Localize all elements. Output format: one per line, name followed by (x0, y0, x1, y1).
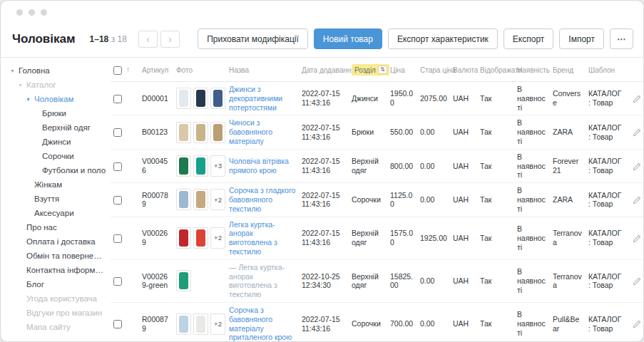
sidebar-item-kataloh[interactable]: ▾ Каталог (9, 78, 106, 92)
export-button[interactable]: Експорт (504, 28, 553, 49)
product-name-link[interactable]: Чиноси з бавовняного матеріалу (229, 118, 296, 145)
edit-icon[interactable] (633, 162, 641, 171)
column-header-old-price[interactable]: Стара ціна (417, 58, 450, 82)
row-checkbox[interactable] (113, 234, 122, 243)
column-header-price[interactable]: Ціна (387, 58, 417, 82)
edit-icon[interactable] (633, 320, 641, 328)
column-header-availability[interactable]: Наявність (514, 58, 550, 82)
column-header-sku[interactable]: Артикул (139, 58, 173, 82)
edit-icon[interactable] (633, 196, 641, 204)
sidebar-item-pro-nas[interactable]: ▾ Про нас (9, 220, 106, 234)
product-name-link[interactable]: Чоловіча вітрівка прямого крою (229, 157, 296, 175)
chevron-down-icon: ▾ (25, 96, 31, 103)
row-checkbox[interactable] (113, 162, 122, 171)
column-header-photo[interactable]: Фото (173, 58, 226, 82)
column-header-section[interactable]: Розділ ⇅ (349, 58, 387, 82)
sidebar-item-verkhnii-odiah[interactable]: ▾ Верхній одяг (9, 120, 106, 135)
sidebar-item-cholovikam[interactable]: ▾ Чоловікам (9, 92, 106, 106)
table-row[interactable]: V000269 +2 Легка куртка-анорак виготовле… (111, 217, 643, 259)
edit-icon[interactable] (633, 95, 641, 103)
row-checkbox[interactable] (113, 320, 122, 328)
sidebar-item-kontaktna-informatsiia[interactable]: ▾ Контактна інформація (9, 263, 106, 277)
sidebar-item-label: Аксесуари (34, 209, 74, 217)
product-photos-cell: +2 (173, 217, 226, 259)
table-row[interactable]: D00001 Джинси з декоративними потертостя… (111, 82, 643, 115)
product-currency: UAH (450, 259, 477, 302)
sidebar-item-aksesuary[interactable]: ▾ Аксесуари (9, 206, 106, 220)
sidebar-item-zhinkam[interactable]: ▾ Жінкам (9, 177, 106, 192)
product-name-link[interactable]: Сорочка з бавовняного матеріалу притален… (229, 306, 296, 341)
table-row[interactable]: B00123 Чиноси з бавовняного матеріалу 20… (111, 115, 643, 149)
more-photos-badge[interactable]: +2 (210, 227, 225, 249)
column-header-template[interactable]: Шаблон (586, 58, 625, 82)
edit-icon[interactable] (633, 128, 641, 137)
product-photo (193, 88, 208, 109)
row-checkbox[interactable] (113, 128, 122, 137)
export-characteristics-button[interactable]: Експорт характеристик (388, 28, 498, 49)
sidebar-item-sorochky[interactable]: ▾ Сорочки (9, 149, 106, 163)
row-actions (625, 217, 643, 259)
column-header-date-added[interactable]: Дата додавання (299, 58, 349, 82)
row-checkbox[interactable] (113, 95, 122, 103)
product-availability: В наявності (514, 217, 550, 259)
column-header-display[interactable]: Відображати (477, 58, 514, 82)
row-checkbox[interactable] (113, 196, 122, 204)
product-section: Верхній одяг (349, 217, 387, 259)
sidebar-item-bloh[interactable]: ▾ Блог (9, 277, 106, 291)
row-checkbox[interactable] (113, 277, 122, 286)
product-date-added: 2022-07-15 11:43:16 (299, 82, 349, 115)
pagination-prev-button[interactable]: ‹ (138, 31, 158, 48)
sidebar-item-oplata-dostavka[interactable]: ▾ Оплата і доставка (9, 234, 106, 249)
table-row[interactable]: V000269-green — Легка куртка-анорак виго… (111, 259, 643, 302)
product-sku: B00123 (139, 115, 173, 149)
product-sku: V000456 (139, 149, 173, 182)
sidebar-item-label: Чоловікам (34, 95, 73, 103)
more-photos-badge[interactable]: +2 (210, 314, 225, 335)
product-photos-cell (173, 115, 226, 149)
more-photos-badge[interactable]: +2 (210, 189, 225, 210)
product-display-flag: Так (477, 217, 514, 259)
pagination-total: з 18 (111, 34, 127, 44)
table-row[interactable]: R000879 +2 Сорочка з бавовняного матеріа… (111, 302, 643, 341)
product-display-flag: Так (477, 302, 514, 341)
product-availability: В наявності (514, 259, 550, 302)
more-photos-badge[interactable]: +3 (210, 155, 225, 177)
window-zoom-button[interactable] (41, 9, 47, 16)
product-name-link[interactable]: — Легка куртка-анорак виготовлена з текс… (229, 263, 296, 299)
edit-icon[interactable] (633, 234, 641, 243)
product-name-link[interactable]: Легка куртка-анорак виготовлена з тексти… (229, 220, 296, 256)
more-actions-button[interactable]: ⋯ (610, 28, 633, 49)
sidebar-item-mapa-saitu[interactable]: ▾ Мапа сайту (9, 320, 106, 334)
hide-modifications-button[interactable]: Приховати модифікації (198, 28, 308, 49)
sidebar-item-holovna[interactable]: ▾ Головна (9, 63, 106, 78)
window-minimize-button[interactable] (29, 9, 35, 16)
sort-order-icon[interactable]: ↑ (126, 65, 131, 73)
pagination-next-button[interactable]: › (160, 31, 180, 48)
row-select-cell (111, 259, 139, 302)
sidebar-item-briuky[interactable]: ▾ Брюки (9, 106, 106, 120)
sidebar-item-label: Взуття (34, 195, 59, 203)
row-select-cell (111, 302, 139, 341)
sort-toggle-icon[interactable]: ⇅ (378, 66, 387, 74)
sidebar-item-vzuttia[interactable]: ▾ Взуття (9, 192, 106, 206)
edit-icon[interactable] (633, 277, 641, 286)
product-name-link[interactable]: Сорочка з гладкого бавовняного текстилю (229, 186, 296, 213)
sidebar-item-vidhuky-pro-mahazyn[interactable]: ▾ Відгуки про магазин (9, 306, 106, 320)
import-button[interactable]: Імпорт (559, 28, 604, 49)
column-header-currency[interactable]: Валюта (450, 58, 477, 82)
product-name-cell: Чоловіча вітрівка прямого крою (226, 149, 299, 182)
window-close-button[interactable] (16, 9, 23, 16)
table-row[interactable]: V000456 +3 Чоловіча вітрівка прямого кро… (111, 149, 643, 182)
sidebar-item-obmin-povernennia[interactable]: ▾ Обмін та повернення (9, 249, 106, 263)
column-header-name[interactable]: Назва (226, 58, 299, 82)
sidebar-item-futbolky-polo[interactable]: ▾ Футболки и поло (9, 163, 106, 177)
table-row[interactable]: R000789 +2 Сорочка з гладкого бавовняног… (111, 183, 643, 217)
sidebar-item-dzhynsy[interactable]: ▾ Джинси (9, 135, 106, 149)
product-name-link[interactable]: Джинси з декоративними потертостями (229, 85, 296, 112)
sidebar-item-uhoda-korystuvacha[interactable]: ▾ Угода користувача (9, 291, 106, 306)
product-availability: В наявності (514, 149, 550, 182)
new-product-button[interactable]: Новий товар (314, 28, 382, 49)
select-all-checkbox[interactable] (113, 66, 122, 75)
column-header-brand[interactable]: Бренд (550, 58, 586, 82)
product-photo (193, 155, 208, 177)
